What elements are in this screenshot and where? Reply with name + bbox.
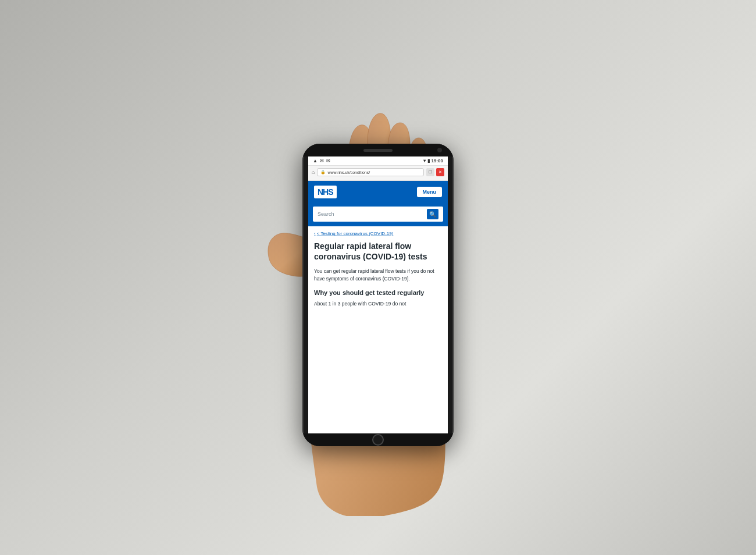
phone-device: ▲ ✉ ✉ ▾ ▮ 19:00 ⌂ 🔒: [302, 144, 454, 446]
tab-button[interactable]: ☐: [426, 168, 434, 176]
nhs-search-bar: Search 🔍: [308, 203, 448, 226]
nhs-page-content: ‹ < Testing for coronavirus (COVID-19) R…: [308, 226, 448, 312]
phone-speaker: [363, 149, 393, 152]
search-placeholder-text: Search: [318, 211, 425, 217]
nhs-logo: NHS: [314, 186, 337, 198]
notification-icon-1: ▲: [313, 158, 318, 163]
nhs-logo-text: NHS: [318, 187, 333, 197]
lock-icon: 🔒: [320, 170, 326, 175]
close-button[interactable]: ✕: [436, 168, 444, 176]
url-text: www.nhs.uk/conditions/: [327, 170, 370, 175]
browser-chrome: ⌂ 🔒 www.nhs.uk/conditions/ ☐ ✕: [308, 166, 448, 181]
notification-icon-2: ✉: [320, 158, 324, 163]
hand-container: ▲ ✉ ✉ ▾ ▮ 19:00 ⌂ 🔒: [227, 39, 529, 516]
phone-screen: ▲ ✉ ✉ ▾ ▮ 19:00 ⌂ 🔒: [308, 156, 448, 433]
home-button[interactable]: [372, 434, 384, 446]
search-input-wrapper[interactable]: Search 🔍: [313, 207, 443, 222]
phone-bottom-bar: [302, 433, 454, 446]
battery-icon: ▮: [427, 158, 430, 163]
nhs-header: NHS Menu: [308, 181, 448, 203]
status-bar: ▲ ✉ ✉ ▾ ▮ 19:00: [308, 156, 448, 166]
browser-nav: ⌂ 🔒 www.nhs.uk/conditions/ ☐ ✕: [312, 168, 444, 176]
section-body-text: About 1 in 3 people with COVID-19 do not: [314, 300, 442, 308]
time-display: 19:00: [432, 158, 443, 163]
page-title: Regular rapid lateral flow coronavirus (…: [314, 241, 442, 262]
section-heading: Why you should get tested regularly: [314, 289, 442, 297]
phone-top-bar: [302, 144, 454, 156]
scene: ▲ ✉ ✉ ▾ ▮ 19:00 ⌂ 🔒: [227, 39, 529, 516]
signal-icon: ▾: [423, 158, 426, 163]
breadcrumb-text: < Testing for coronavirus (COVID-19): [317, 231, 394, 236]
url-bar[interactable]: 🔒 www.nhs.uk/conditions/: [317, 168, 424, 176]
nhs-website-content: NHS Menu Search 🔍 ‹: [308, 181, 448, 433]
status-icons-left: ▲ ✉ ✉: [313, 158, 330, 163]
status-icons-right: ▾ ▮ 19:00: [423, 158, 443, 163]
page-intro-text: You can get regular rapid lateral flow t…: [314, 268, 442, 283]
home-icon[interactable]: ⌂: [312, 169, 315, 175]
notification-icon-3: ✉: [326, 158, 330, 163]
breadcrumb[interactable]: ‹ < Testing for coronavirus (COVID-19): [314, 231, 442, 236]
phone-camera: [437, 148, 442, 152]
breadcrumb-chevron-icon: ‹: [314, 231, 316, 236]
browser-action-icons: ☐ ✕: [426, 168, 444, 176]
search-button[interactable]: 🔍: [427, 209, 438, 219]
menu-button[interactable]: Menu: [417, 187, 443, 197]
